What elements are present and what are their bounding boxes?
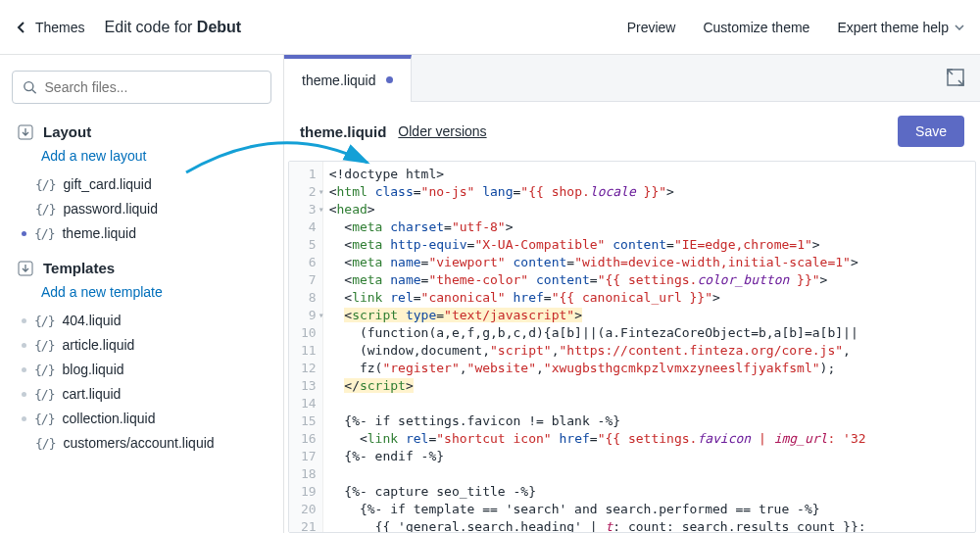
svg-point-0 (24, 82, 33, 91)
code-content[interactable]: <!doctype html><html class="no-js" lang=… (323, 162, 975, 532)
code-editor[interactable]: 12▾3▾456789▾1011121314151617181920212223… (288, 161, 976, 533)
liquid-file-icon: {/} (34, 226, 54, 241)
modified-dot-icon (22, 416, 26, 421)
tab-label: theme.liquid (302, 73, 376, 88)
search-files-box[interactable] (12, 71, 271, 104)
editor-area: theme.liquid theme.liquid Older versions… (284, 55, 980, 533)
liquid-file-icon: {/} (35, 177, 55, 192)
liquid-file-icon: {/} (35, 436, 55, 451)
download-icon (18, 124, 33, 140)
modified-dot-icon (22, 231, 26, 236)
file-item[interactable]: {/}blog.liquid (22, 359, 271, 380)
expand-icon[interactable] (945, 67, 966, 88)
modified-dot-icon (22, 318, 26, 323)
file-name-label: article.liquid (62, 337, 134, 353)
add-layout-link[interactable]: Add a new layout (41, 148, 271, 164)
modified-dot-icon (22, 367, 26, 372)
svg-line-1 (32, 90, 36, 94)
tab-theme-liquid[interactable]: theme.liquid (284, 55, 412, 102)
preview-link[interactable]: Preview (627, 20, 676, 35)
file-item[interactable]: {/}customers/account.liquid (35, 432, 271, 454)
add-template-link[interactable]: Add a new template (41, 284, 271, 300)
expert-help-dropdown[interactable]: Expert theme help (837, 20, 964, 35)
file-name-label: theme.liquid (62, 225, 136, 241)
file-item[interactable]: {/}gift_card.liquid (35, 173, 271, 195)
back-label: Themes (35, 20, 85, 35)
file-name-label: blog.liquid (62, 362, 123, 377)
customize-theme-link[interactable]: Customize theme (703, 20, 809, 35)
file-item[interactable]: {/}password.liquid (35, 198, 271, 219)
modified-dot-icon (22, 392, 26, 397)
templates-section-header: Templates (18, 260, 271, 276)
line-gutter: 12▾3▾456789▾1011121314151617181920212223… (289, 162, 323, 532)
unsaved-dot-icon (386, 76, 393, 83)
search-input[interactable] (45, 79, 261, 95)
layout-section-header: Layout (18, 123, 271, 140)
chevron-left-icon (16, 22, 27, 33)
file-sidebar: Layout Add a new layout {/}gift_card.liq… (0, 55, 284, 533)
download-icon (18, 261, 33, 276)
file-name-label: gift_card.liquid (63, 176, 151, 192)
file-item[interactable]: {/}404.liquid (22, 310, 271, 331)
liquid-file-icon: {/} (34, 363, 54, 377)
file-name-label: 404.liquid (62, 313, 121, 328)
liquid-file-icon: {/} (34, 412, 54, 426)
page-title: Edit code for Debut (105, 19, 242, 36)
file-item[interactable]: {/}cart.liquid (22, 383, 271, 405)
file-item[interactable]: {/}collection.liquid (22, 408, 271, 429)
back-to-themes[interactable]: Themes (16, 20, 85, 35)
modified-dot-icon (22, 343, 26, 348)
chevron-down-icon (955, 24, 964, 30)
file-name-label: collection.liquid (62, 411, 155, 426)
liquid-file-icon: {/} (34, 314, 54, 328)
file-name-label: password.liquid (63, 201, 158, 217)
editor-tabs: theme.liquid (284, 55, 980, 102)
liquid-file-icon: {/} (34, 387, 54, 402)
search-icon (23, 79, 37, 95)
file-name-label: cart.liquid (62, 386, 121, 402)
older-versions-link[interactable]: Older versions (398, 123, 486, 139)
file-name-label: customers/account.liquid (63, 435, 214, 451)
liquid-file-icon: {/} (35, 202, 55, 217)
file-name: theme.liquid (300, 123, 386, 140)
file-item[interactable]: {/}article.liquid (22, 334, 271, 356)
save-button[interactable]: Save (898, 116, 964, 147)
liquid-file-icon: {/} (34, 338, 54, 353)
file-item[interactable]: {/}theme.liquid (22, 222, 271, 244)
